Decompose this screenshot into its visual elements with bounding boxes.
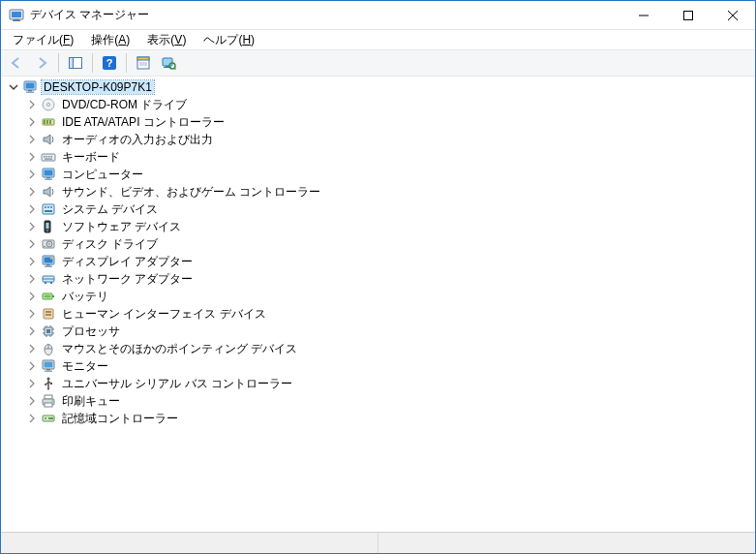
- expander-icon[interactable]: [25, 133, 39, 146]
- tree-node-label: バッテリ: [60, 289, 110, 305]
- device-tree[interactable]: DESKTOP-K09P7K1 DVD/CD-ROM ドライブ IDE ATA/…: [1, 77, 755, 532]
- toolbar-separator: [58, 53, 59, 73]
- storage-icon: [41, 411, 56, 426]
- svg-rect-3: [13, 20, 20, 21]
- tree-node-label: ソフトウェア デバイス: [60, 219, 183, 235]
- tree-node-label: ディスク ドライブ: [60, 236, 160, 253]
- disk-icon: [41, 236, 56, 252]
- tree-node[interactable]: ヒューマン インターフェイス デバイス: [1, 305, 755, 323]
- toolbar-separator: [126, 53, 127, 73]
- svg-rect-2: [14, 19, 19, 20]
- tree-node[interactable]: マウスとそのほかのポインティング デバイス: [1, 340, 755, 357]
- speaker-icon: [41, 184, 56, 200]
- svg-rect-5: [684, 11, 693, 19]
- expander-icon[interactable]: [25, 324, 39, 338]
- mouse-icon: [41, 341, 56, 356]
- tree-node-label: モニター: [60, 358, 110, 375]
- tree-node[interactable]: サウンド、ビデオ、およびゲーム コントローラー: [1, 183, 755, 200]
- expander-icon[interactable]: [25, 185, 39, 199]
- expander-icon[interactable]: [25, 290, 39, 303]
- tree-node[interactable]: キーボード: [1, 148, 755, 166]
- app-icon: [9, 8, 24, 23]
- expander-icon[interactable]: [25, 394, 39, 408]
- svg-rect-9: [70, 58, 74, 69]
- tree-node[interactable]: ネットワーク アダプター: [1, 270, 755, 288]
- tree-node[interactable]: モニター: [1, 357, 755, 375]
- tree-node-label: IDE ATA/ATAPI コントローラー: [60, 114, 227, 131]
- menu-help[interactable]: ヘルプ(H): [196, 31, 262, 49]
- processor-icon: [41, 323, 56, 339]
- system-icon: [41, 201, 56, 217]
- toolbar-separator: [92, 53, 93, 73]
- expander-icon[interactable]: [25, 220, 39, 233]
- expander-icon[interactable]: [25, 307, 39, 321]
- expander-icon[interactable]: [25, 237, 39, 251]
- tree-node-label: ネットワーク アダプター: [60, 271, 195, 288]
- back-button[interactable]: [5, 52, 28, 74]
- tree-node-label: キーボード: [60, 149, 122, 166]
- expander-icon[interactable]: [25, 150, 39, 164]
- tree-node-label: システム デバイス: [60, 201, 160, 218]
- tree-node-label: ヒューマン インターフェイス デバイス: [60, 306, 268, 323]
- close-button[interactable]: [711, 1, 755, 29]
- speaker-icon: [41, 132, 56, 147]
- toolbar: ?: [1, 49, 755, 77]
- tree-node-label: オーディオの入力および出力: [60, 132, 215, 148]
- expander-icon[interactable]: [25, 115, 39, 129]
- tree-node[interactable]: ディスク ドライブ: [1, 235, 755, 253]
- expander-icon[interactable]: [25, 255, 39, 268]
- tree-node[interactable]: プロセッサ: [1, 323, 755, 340]
- display-icon: [41, 254, 56, 269]
- tree-node[interactable]: ソフトウェア デバイス: [1, 218, 755, 235]
- tree-node-label: 印刷キュー: [60, 393, 122, 410]
- svg-rect-16: [163, 58, 172, 66]
- expander-icon[interactable]: [7, 80, 20, 94]
- show-hide-tree-button[interactable]: [64, 52, 87, 74]
- tree-node[interactable]: 印刷キュー: [1, 392, 755, 410]
- software-icon: [41, 219, 56, 234]
- tree-node-label: DVD/CD-ROM ドライブ: [60, 97, 189, 113]
- disc-icon: [41, 97, 56, 112]
- expander-icon[interactable]: [25, 412, 39, 425]
- tree-node[interactable]: バッテリ: [1, 288, 755, 305]
- expander-icon[interactable]: [25, 202, 39, 216]
- menu-bar: ファイル(F) 操作(A) 表示(V) ヘルプ(H): [1, 30, 755, 49]
- status-bar: [1, 532, 755, 553]
- menu-file[interactable]: ファイル(F): [5, 31, 81, 49]
- minimize-button[interactable]: [621, 1, 666, 29]
- hid-icon: [41, 306, 56, 322]
- title-bar: デバイス マネージャー: [1, 1, 755, 30]
- menu-action[interactable]: 操作(A): [83, 31, 137, 49]
- tree-node[interactable]: オーディオの入力および出力: [1, 131, 755, 148]
- tree-node-label: コンピューター: [60, 167, 145, 183]
- maximize-button[interactable]: [666, 1, 711, 29]
- expander-icon[interactable]: [25, 272, 39, 286]
- expander-icon[interactable]: [25, 359, 39, 373]
- svg-line-20: [174, 68, 176, 70]
- expander-icon[interactable]: [25, 377, 39, 390]
- tree-node[interactable]: IDE ATA/ATAPI コントローラー: [1, 113, 755, 131]
- expander-icon[interactable]: [25, 342, 39, 355]
- tree-node[interactable]: 記憶域コントローラー: [1, 410, 755, 427]
- tree-node-label: プロセッサ: [60, 323, 122, 340]
- svg-text:?: ?: [106, 57, 113, 69]
- tree-node[interactable]: システム デバイス: [1, 200, 755, 218]
- menu-view[interactable]: 表示(V): [139, 31, 194, 49]
- tree-node-label: サウンド、ビデオ、およびゲーム コントローラー: [60, 184, 322, 200]
- network-icon: [41, 271, 56, 287]
- scan-hardware-button[interactable]: [157, 52, 180, 74]
- tree-node[interactable]: DVD/CD-ROM ドライブ: [1, 96, 755, 113]
- properties-button[interactable]: [132, 52, 155, 74]
- forward-button[interactable]: [30, 52, 53, 74]
- tree-node[interactable]: ディスプレイ アダプター: [1, 253, 755, 270]
- tree-node-label: ユニバーサル シリアル バス コントローラー: [60, 376, 294, 392]
- help-button[interactable]: ?: [98, 52, 121, 74]
- tree-node[interactable]: コンピューター: [1, 166, 755, 183]
- tree-root-node[interactable]: DESKTOP-K09P7K1: [1, 78, 755, 96]
- expander-icon[interactable]: [25, 168, 39, 181]
- usb-icon: [41, 376, 56, 391]
- tree-node[interactable]: ユニバーサル シリアル バス コントローラー: [1, 375, 755, 392]
- expander-icon[interactable]: [25, 98, 39, 111]
- keyboard-icon: [41, 149, 56, 165]
- tree-node-label: ディスプレイ アダプター: [60, 254, 195, 270]
